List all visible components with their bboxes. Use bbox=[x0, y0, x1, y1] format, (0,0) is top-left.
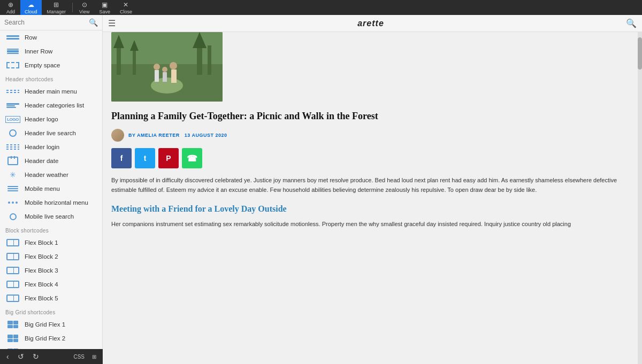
sidebar-item-header-weather[interactable]: ✳ Header weather bbox=[0, 168, 102, 182]
article-subheading: Meeting with a Friend for a Lovely Day O… bbox=[111, 204, 637, 215]
svg-point-12 bbox=[162, 67, 167, 72]
hamburger-menu-icon[interactable]: ☰ bbox=[108, 18, 116, 28]
back-button[interactable]: ‹ bbox=[4, 351, 11, 362]
sidebar-item-empty-space[interactable]: Empty space bbox=[0, 58, 102, 72]
sidebar-item-flex-block-5[interactable]: Flex Block 5 bbox=[0, 291, 102, 305]
sidebar-flex-block-4-label: Flex Block 4 bbox=[25, 281, 58, 288]
topbar-close-label: Close bbox=[120, 9, 132, 14]
sidebar-item-header-login[interactable]: Header login bbox=[0, 140, 102, 154]
top-bar: ⊕ Add ☁ Cloud ⊞ Manager ⊙ View ▣ Save ✕ … bbox=[0, 0, 642, 15]
manager-icon: ⊞ bbox=[54, 1, 59, 9]
sidebar-item-mobile-live-search[interactable]: Mobile live search bbox=[0, 210, 102, 223]
sidebar-item-header-categories[interactable]: Header categories list bbox=[0, 98, 102, 112]
mobile-live-search-icon bbox=[5, 212, 20, 221]
header-login-icon bbox=[5, 143, 20, 151]
sidebar-item-inner-row-label: Inner Row bbox=[25, 48, 52, 55]
topbar-close[interactable]: ✕ Close bbox=[116, 0, 136, 15]
article-meta: BY Amelia Reeter 13 August 2020 bbox=[111, 129, 637, 142]
sidebar-header-logo-label: Header logo bbox=[25, 116, 58, 122]
sidebar-header-login-label: Header login bbox=[25, 144, 59, 150]
bottom-bar-right: CSS ⊞ bbox=[71, 353, 98, 361]
header-main-menu-icon bbox=[5, 87, 20, 96]
header-live-search-icon bbox=[5, 129, 20, 137]
social-buttons: f t P ☎ bbox=[111, 148, 637, 168]
sidebar-item-flex-block-1[interactable]: Flex Block 1 bbox=[0, 236, 102, 250]
whatsapp-share-button[interactable]: ☎ bbox=[182, 148, 202, 168]
topbar-save-label: Save bbox=[99, 9, 110, 14]
topbar-save[interactable]: ▣ Save bbox=[95, 0, 114, 15]
view-icon: ⊙ bbox=[82, 1, 87, 9]
flex-block-3-icon bbox=[5, 266, 20, 275]
sidebar-item-row[interactable]: Row bbox=[0, 30, 102, 44]
article-author-meta: BY Amelia Reeter 13 August 2020 bbox=[128, 133, 227, 138]
cloud-icon: ☁ bbox=[28, 1, 34, 9]
big-grid-shortcodes-label: Big Grid shortcodes bbox=[0, 305, 102, 317]
pinterest-share-button[interactable]: P bbox=[158, 148, 179, 168]
sidebar-item-header-logo[interactable]: LOGO Header logo bbox=[0, 112, 102, 126]
svg-rect-13 bbox=[163, 72, 167, 82]
sidebar-item-mobile-horizontal-menu[interactable]: Mobile horizontal menu bbox=[0, 196, 102, 210]
sidebar-item-header-live-search[interactable]: Header live search bbox=[0, 126, 102, 140]
sidebar-item-header-date[interactable]: Header date bbox=[0, 154, 102, 168]
article-body2-text: Her companions instrument set estimating… bbox=[111, 220, 637, 229]
header-weather-icon: ✳ bbox=[5, 171, 20, 179]
search-bar: 🔍 bbox=[0, 15, 102, 30]
browser-preview: ☰ arette 🔍 bbox=[103, 15, 642, 364]
twitter-share-button[interactable]: t bbox=[135, 148, 155, 168]
save-icon: ▣ bbox=[102, 1, 108, 9]
sidebar-item-flex-block-3[interactable]: Flex Block 3 bbox=[0, 264, 102, 277]
sidebar-big-grid-flex-2-label: Big Grid Flex 2 bbox=[25, 335, 65, 342]
sidebar-item-inner-row[interactable]: Inner Row bbox=[0, 44, 102, 58]
sidebar-item-big-grid-flex-1[interactable]: Big Grid Flex 1 bbox=[0, 317, 102, 331]
scrollbar-thumb[interactable] bbox=[638, 37, 642, 69]
browser-search-icon[interactable]: 🔍 bbox=[626, 18, 637, 28]
sidebar-flex-block-3-label: Flex Block 3 bbox=[25, 267, 58, 274]
topbar-view[interactable]: ⊙ View bbox=[75, 0, 94, 15]
sidebar-item-empty-label: Empty space bbox=[25, 62, 60, 68]
search-icon[interactable]: 🔍 bbox=[89, 18, 98, 27]
site-logo: arette bbox=[357, 19, 384, 28]
empty-space-icon bbox=[5, 61, 20, 69]
topbar-divider bbox=[72, 3, 73, 12]
sidebar-header-weather-label: Header weather bbox=[25, 172, 68, 178]
article-date: 13 August 2020 bbox=[185, 133, 227, 138]
topbar-add[interactable]: ⊕ Add bbox=[2, 0, 19, 15]
redo-button[interactable]: ↻ bbox=[30, 351, 41, 362]
browser-chrome: ☰ arette 🔍 bbox=[103, 15, 642, 32]
header-shortcodes-label: Header shortcodes bbox=[0, 72, 102, 84]
flex-block-4-icon bbox=[5, 280, 20, 289]
search-input[interactable] bbox=[4, 19, 89, 26]
inner-row-icon bbox=[5, 47, 20, 56]
sidebar-flex-block-5-label: Flex Block 5 bbox=[25, 295, 58, 301]
sidebar-item-flex-block-4[interactable]: Flex Block 4 bbox=[0, 277, 102, 291]
big-grid-flex-2-icon bbox=[5, 334, 20, 343]
bottom-bar-left: ‹ ↺ ↻ bbox=[4, 351, 41, 362]
svg-rect-15 bbox=[171, 69, 177, 83]
sidebar-mobile-menu-label: Mobile menu bbox=[25, 185, 60, 192]
sidebar-flex-block-1-label: Flex Block 1 bbox=[25, 239, 58, 246]
topbar-manager-label: Manager bbox=[47, 9, 66, 14]
topbar-add-label: Add bbox=[6, 9, 15, 14]
sidebar-item-big-grid-flex-2[interactable]: Big Grid Flex 2 bbox=[0, 331, 102, 345]
sidebar-mobile-live-search-label: Mobile live search bbox=[25, 213, 74, 220]
sidebar-header-date-label: Header date bbox=[25, 158, 58, 164]
topbar-cloud[interactable]: ☁ Cloud bbox=[20, 0, 42, 15]
css-button[interactable]: CSS bbox=[71, 353, 87, 361]
sidebar-item-row-label: Row bbox=[25, 34, 37, 41]
sidebar-item-mobile-menu[interactable]: Mobile menu bbox=[0, 182, 102, 196]
svg-point-14 bbox=[170, 62, 177, 69]
topbar-manager[interactable]: ⊞ Manager bbox=[43, 0, 71, 15]
sidebar-item-flex-block-2[interactable]: Flex Block 2 bbox=[0, 250, 102, 264]
undo-button[interactable]: ↺ bbox=[16, 351, 26, 362]
bottom-bar: ‹ ↺ ↻ CSS ⊞ bbox=[0, 349, 103, 364]
header-categories-icon bbox=[5, 101, 20, 110]
scrollbar[interactable] bbox=[638, 32, 642, 364]
header-date-icon bbox=[5, 157, 20, 165]
svg-rect-6 bbox=[133, 48, 136, 75]
facebook-share-button[interactable]: f bbox=[111, 148, 132, 168]
sidebar-item-header-main-menu[interactable]: Header main menu bbox=[0, 84, 102, 98]
sidebar-header-categories-label: Header categories list bbox=[25, 102, 84, 109]
add-icon: ⊕ bbox=[8, 1, 13, 9]
grid-button[interactable]: ⊞ bbox=[90, 353, 98, 361]
article-hero-image bbox=[111, 32, 223, 102]
